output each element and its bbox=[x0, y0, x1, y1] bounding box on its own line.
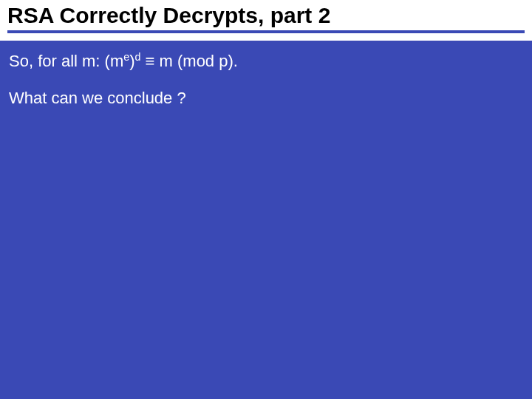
slide: RSA Correctly Decrypts, part 2 So, for a… bbox=[0, 0, 532, 399]
body-line-2: What can we conclude ? bbox=[9, 88, 523, 109]
slide-body: So, for all m: (me)d ≡ m (mod p). What c… bbox=[0, 41, 532, 109]
line1-superscript-e: e bbox=[123, 50, 129, 62]
line1-suffix: ≡ m (mod p). bbox=[140, 52, 237, 70]
body-line-1: So, for all m: (me)d ≡ m (mod p). bbox=[9, 51, 523, 72]
line1-mid: ) bbox=[129, 52, 134, 70]
title-band-pad bbox=[0, 35, 532, 41]
line1-prefix: So, for all m: (m bbox=[9, 52, 123, 70]
title-band: RSA Correctly Decrypts, part 2 bbox=[0, 0, 532, 35]
slide-title: RSA Correctly Decrypts, part 2 bbox=[7, 3, 525, 29]
title-underline bbox=[7, 30, 525, 33]
